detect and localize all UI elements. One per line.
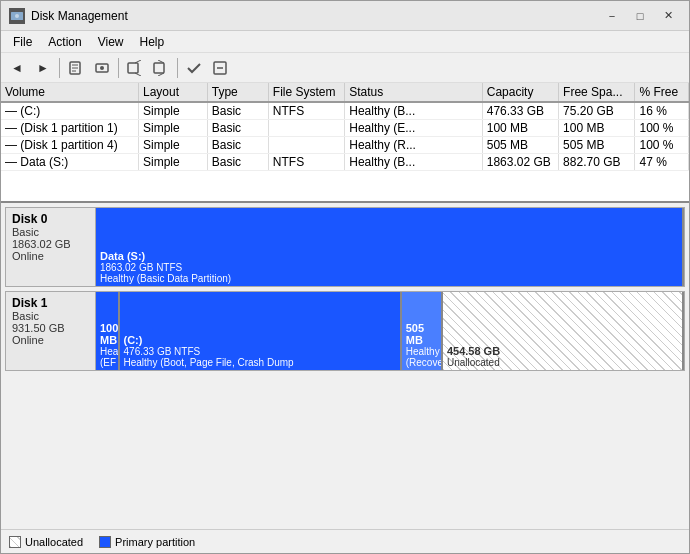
table-cell: 16 %	[635, 102, 689, 120]
menu-action[interactable]: Action	[40, 33, 89, 51]
table-cell: 100 MB	[559, 120, 635, 137]
table-cell: Simple	[139, 154, 208, 171]
col-status[interactable]: Status	[345, 83, 483, 102]
partition-1-0[interactable]: 100 MB Healthy (EF	[96, 292, 120, 370]
table-cell: NTFS	[268, 154, 344, 171]
window-title: Disk Management	[31, 9, 599, 23]
action-button-1[interactable]	[182, 56, 206, 80]
col-layout[interactable]: Layout	[139, 83, 208, 102]
disk-status: Online	[12, 334, 89, 346]
table-cell: Healthy (B...	[345, 102, 483, 120]
partition-sublabel: 1863.02 GB NTFS	[100, 262, 678, 273]
volume-table: Volume Layout Type File System Status Ca…	[1, 83, 689, 203]
disk-row-0: Disk 0 Basic 1863.02 GB Online Data (S:)…	[5, 207, 685, 287]
disk-partitions-0: Data (S:) 1863.02 GB NTFS Healthy (Basic…	[96, 208, 684, 286]
col-type[interactable]: Type	[207, 83, 268, 102]
disk-type: Basic	[12, 310, 89, 322]
table-row[interactable]: — Data (S:)SimpleBasicNTFSHealthy (B...1…	[1, 154, 689, 171]
table-cell: Basic	[207, 102, 268, 120]
svg-point-8	[100, 66, 104, 70]
volume-rows: — (C:)SimpleBasicNTFSHealthy (B...476.33…	[1, 102, 689, 171]
table-cell: 1863.02 GB	[482, 154, 558, 171]
table-cell: — (C:)	[1, 102, 139, 120]
table-row[interactable]: — (Disk 1 partition 4)SimpleBasicHealthy…	[1, 137, 689, 154]
table-cell: 476.33 GB	[482, 102, 558, 120]
menu-view[interactable]: View	[90, 33, 132, 51]
properties-button[interactable]	[64, 56, 88, 80]
toolbar-sep-3	[177, 58, 178, 78]
partition-1-3[interactable]: 454.58 GB Unallocated	[443, 292, 684, 370]
table-row[interactable]: — (C:)SimpleBasicNTFSHealthy (B...476.33…	[1, 102, 689, 120]
table-cell: Simple	[139, 102, 208, 120]
table-cell: Simple	[139, 120, 208, 137]
menu-help[interactable]: Help	[132, 33, 173, 51]
window-controls: − □ ✕	[599, 6, 681, 26]
action-button-2[interactable]	[208, 56, 232, 80]
svg-rect-9	[128, 63, 138, 73]
table-cell: Basic	[207, 137, 268, 154]
legend-unallocated: Unallocated	[9, 536, 83, 548]
partition-label: 100 MB	[100, 322, 114, 346]
table-cell: 100 %	[635, 137, 689, 154]
toolbar: ◄ ►	[1, 53, 689, 83]
legend-unallocated-icon	[9, 536, 21, 548]
close-button[interactable]: ✕	[655, 6, 681, 26]
partition-label: 505 MB	[406, 322, 437, 346]
col-capacity[interactable]: Capacity	[482, 83, 558, 102]
volumes-list: Volume Layout Type File System Status Ca…	[1, 83, 689, 171]
toolbar-sep-2	[118, 58, 119, 78]
table-cell: Healthy (B...	[345, 154, 483, 171]
disk-label-0: Disk 0 Basic 1863.02 GB Online	[6, 208, 96, 286]
table-cell: 882.70 GB	[559, 154, 635, 171]
table-cell: — Data (S:)	[1, 154, 139, 171]
table-cell: — (Disk 1 partition 1)	[1, 120, 139, 137]
maximize-button[interactable]: □	[627, 6, 653, 26]
legend-bar: Unallocated Primary partition	[1, 529, 689, 553]
table-row[interactable]: — (Disk 1 partition 1)SimpleBasicHealthy…	[1, 120, 689, 137]
table-cell: 100 %	[635, 120, 689, 137]
col-filesystem[interactable]: File System	[268, 83, 344, 102]
disk-props-button[interactable]	[90, 56, 114, 80]
partition-label: Data (S:)	[100, 250, 678, 262]
disk-type: Basic	[12, 226, 89, 238]
disk-area: Disk 0 Basic 1863.02 GB Online Data (S:)…	[1, 203, 689, 529]
title-bar: Disk Management − □ ✕	[1, 1, 689, 31]
svg-point-2	[15, 14, 19, 18]
table-cell: 47 %	[635, 154, 689, 171]
table-cell: 505 MB	[482, 137, 558, 154]
disk-label-1: Disk 1 Basic 931.50 GB Online	[6, 292, 96, 370]
table-header-row: Volume Layout Type File System Status Ca…	[1, 83, 689, 102]
legend-unallocated-label: Unallocated	[25, 536, 83, 548]
back-button[interactable]: ◄	[5, 56, 29, 80]
disk-name: Disk 0	[12, 212, 89, 226]
menu-file[interactable]: File	[5, 33, 40, 51]
minimize-button[interactable]: −	[599, 6, 625, 26]
disk-size: 931.50 GB	[12, 322, 89, 334]
table-cell: Basic	[207, 154, 268, 171]
legend-primary: Primary partition	[99, 536, 195, 548]
disk-management-window: Disk Management − □ ✕ File Action View H…	[0, 0, 690, 554]
partition-1-2[interactable]: 505 MB Healthy (Recove	[402, 292, 443, 370]
table-cell: NTFS	[268, 102, 344, 120]
table-cell	[268, 137, 344, 154]
table-cell	[268, 120, 344, 137]
main-content: Volume Layout Type File System Status Ca…	[1, 83, 689, 529]
partition-0-0[interactable]: Data (S:) 1863.02 GB NTFS Healthy (Basic…	[96, 208, 684, 286]
table-cell: 100 MB	[482, 120, 558, 137]
partition-status: Healthy (Basic Data Partition)	[100, 273, 678, 284]
col-pctfree[interactable]: % Free	[635, 83, 689, 102]
help-button-2[interactable]	[149, 56, 173, 80]
table-cell: 75.20 GB	[559, 102, 635, 120]
col-volume[interactable]: Volume	[1, 83, 139, 102]
table-cell: Healthy (R...	[345, 137, 483, 154]
table-cell: Basic	[207, 120, 268, 137]
menu-bar: File Action View Help	[1, 31, 689, 53]
help-button-1[interactable]	[123, 56, 147, 80]
partition-status: Healthy (Boot, Page File, Crash Dump	[124, 357, 396, 368]
disk-row-1: Disk 1 Basic 931.50 GB Online 100 MB Hea…	[5, 291, 685, 371]
table-cell: Healthy (E...	[345, 120, 483, 137]
col-freespace[interactable]: Free Spa...	[559, 83, 635, 102]
forward-button[interactable]: ►	[31, 56, 55, 80]
svg-rect-12	[154, 63, 164, 73]
partition-1-1[interactable]: (C:) 476.33 GB NTFS Healthy (Boot, Page …	[120, 292, 402, 370]
